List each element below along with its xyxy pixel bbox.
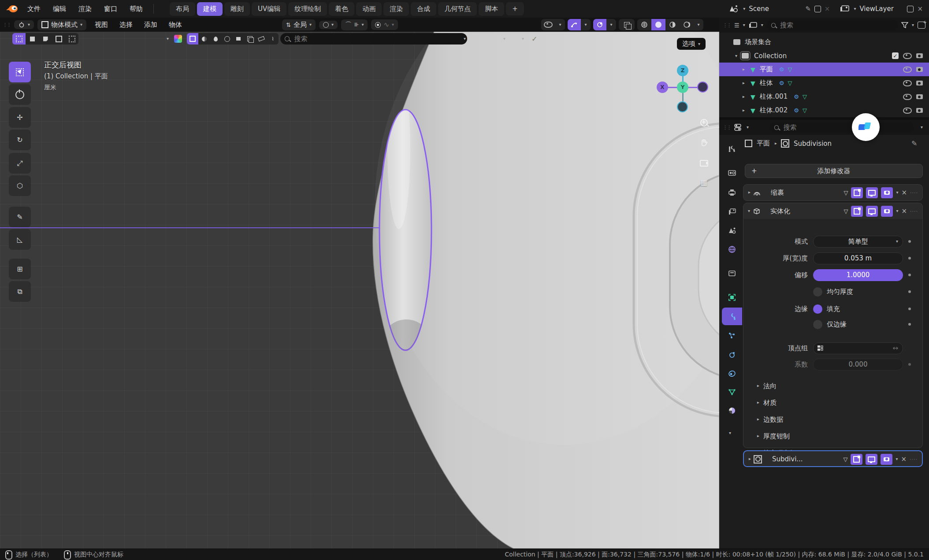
gizmo-toggle[interactable] [568, 19, 581, 30]
pin-id-icon[interactable]: ✎ [911, 139, 917, 148]
workspace-tab[interactable]: 渲染 [383, 2, 409, 16]
tool-search-input[interactable] [293, 34, 463, 43]
gizmo-z-ball[interactable]: Z [677, 65, 688, 76]
tool-cursor[interactable] [9, 84, 31, 105]
tool-option-droplet-icon[interactable] [210, 33, 221, 45]
header-drag-grip[interactable]: ⋮⋮ [3, 22, 11, 28]
tool-search[interactable] [280, 33, 467, 45]
watermark-logo-badge[interactable] [852, 113, 880, 141]
outliner-display-mode-icon[interactable]: ☰ [734, 22, 739, 29]
object-expand-chevron[interactable]: ▾ [741, 68, 746, 70]
modifier-name[interactable]: Subdivi... [772, 455, 803, 463]
drag-handle-icon[interactable]: ···· [910, 208, 918, 214]
swap-arrows-icon[interactable]: ↔ [892, 344, 898, 352]
collapsed-section[interactable]: ▾ 边数据 [757, 411, 796, 428]
unlink-scene-icon[interactable]: × [825, 5, 830, 13]
tool-measure[interactable]: ◺ [9, 229, 31, 250]
scene-collection-row[interactable]: 场景集合 [719, 35, 929, 49]
select-mode-box[interactable] [26, 33, 39, 45]
editor-type-button[interactable]: ▾ [14, 20, 34, 29]
realtime-display-toggle[interactable] [866, 454, 877, 465]
outliner-drag-grip[interactable]: ⋮⋮ [723, 22, 731, 28]
gizmo-negz-ball[interactable] [677, 101, 688, 112]
realtime-display-toggle[interactable] [866, 187, 878, 198]
expand-chevron[interactable]: ▾ [748, 209, 750, 213]
modifier-extras-chevron[interactable]: ▾ [896, 457, 898, 461]
vertex-group-toggle-icon[interactable]: ▽ [844, 208, 848, 214]
edit-mode-display-toggle[interactable] [851, 206, 863, 217]
overlays-toggle[interactable] [593, 19, 606, 30]
viewlayer-selector-chevron[interactable]: ▾ [854, 7, 856, 11]
object-expand-chevron[interactable]: ▾ [741, 82, 746, 84]
viewport-menu-item[interactable]: 视图 [89, 21, 114, 29]
animate-dot[interactable] [908, 308, 911, 310]
workspace-tab[interactable]: 几何节点 [438, 2, 477, 16]
mode-selector[interactable]: 物体模式 ▾ [37, 19, 86, 30]
select-mode-circle[interactable] [39, 33, 52, 45]
camera-view-widget[interactable] [697, 156, 711, 170]
overlays-chevron[interactable]: ▾ [606, 19, 616, 30]
hierarchy-chevron[interactable]: ▾ [503, 37, 505, 41]
outliner-object-row[interactable]: ▾ ▼ 平面 ⚙ ▽ [719, 63, 929, 76]
workspace-tab[interactable]: UV编辑 [252, 2, 286, 16]
modifier-extras-chevron[interactable]: ▾ [896, 190, 898, 195]
drag-handle-icon[interactable]: ···· [910, 456, 918, 462]
tab-object-data[interactable] [722, 383, 742, 401]
xray-toggle[interactable] [619, 19, 635, 30]
offset-slider[interactable]: 1.0000 [813, 269, 903, 281]
gizmo-x-ball[interactable]: X [657, 82, 668, 93]
grid-toggle-widget[interactable]: ▦ [697, 175, 711, 189]
outliner-object-row[interactable]: ▾ ▼ 柱体 ⚙ ▽ [719, 76, 929, 90]
menu-item[interactable]: 帮助 [123, 5, 149, 13]
tab-object[interactable] [722, 289, 742, 306]
expand-chevron[interactable]: ▾ [747, 191, 751, 193]
collection-render-camera-icon[interactable] [916, 53, 923, 58]
add-modifier-button[interactable]: + 添加修改器 [745, 164, 923, 178]
tab-strip-chevron[interactable]: ▾ [729, 431, 731, 435]
tab-collection[interactable] [722, 264, 742, 282]
modifier-extras-chevron[interactable]: ▾ [896, 209, 898, 213]
tab-render[interactable] [722, 164, 742, 182]
object-render-camera-icon[interactable] [916, 94, 923, 99]
shading-solid-button[interactable] [651, 19, 665, 30]
realtime-display-toggle[interactable] [866, 206, 878, 217]
tool-scale[interactable]: ⤢ [9, 153, 31, 174]
outliner-filter-type-icon[interactable] [749, 22, 758, 29]
tool-extrude[interactable]: ⧉ [9, 281, 31, 302]
even-thickness-checkbox[interactable] [813, 287, 822, 297]
properties-search[interactable] [770, 122, 914, 133]
workspace-tab[interactable]: 脚本 [479, 2, 504, 16]
edit-mode-display-toggle[interactable] [851, 454, 862, 465]
hierarchy-icon[interactable]: ☰ [493, 36, 498, 42]
gizmo-chevron[interactable]: ▾ [581, 19, 591, 30]
tab-material[interactable] [722, 402, 742, 419]
tool-option-stamp-icon[interactable] [233, 33, 244, 45]
outliner-funnel-icon[interactable] [901, 22, 908, 28]
mode-dropdown[interactable]: 简单型 ▾ [813, 236, 903, 248]
tool-option-falloff-icon[interactable]: ⌇ [267, 33, 279, 45]
workspace-tab[interactable]: 纹理绘制 [288, 2, 327, 16]
tab-output[interactable] [722, 184, 742, 201]
outliner-display-chevron[interactable]: ▾ [743, 23, 745, 27]
properties-drag-grip[interactable]: ⋮⋮ [723, 125, 731, 130]
close-icon[interactable]: × [901, 189, 907, 197]
vertex-group-toggle-icon[interactable]: ▽ [843, 456, 847, 462]
outliner-search-input[interactable] [779, 21, 893, 30]
tab-view-layer[interactable] [722, 203, 742, 220]
tool-option-ruler-icon[interactable] [256, 33, 267, 45]
filter-chevron[interactable]: ▾ [522, 37, 524, 41]
tool-add-cube[interactable]: ⊞ [9, 259, 31, 279]
viewport-3d[interactable]: ⋮⋮ ▾ 物体模式 ▾ 视图选择添加物体 ⇅ 全局 ▾ [0, 18, 719, 549]
outliner-object-row[interactable]: ▾ ▼ 柱体.002 ⚙ ▽ [719, 104, 929, 117]
object-hide-eye-icon[interactable] [903, 67, 912, 73]
breadcrumb-modifier[interactable]: Subdivision [794, 140, 832, 148]
outliner-object-row[interactable]: ▾ ▼ 柱体.001 ⚙ ▽ [719, 90, 929, 104]
rim-fill-checkbox[interactable] [813, 304, 822, 314]
collection-expand-chevron[interactable]: ▾ [735, 54, 737, 58]
collapsed-section[interactable]: ▾ 厚度钳制 [757, 428, 796, 445]
viewport-menu-item[interactable]: 物体 [163, 21, 188, 29]
object-expand-chevron[interactable]: ▾ [741, 96, 746, 98]
tab-particles[interactable] [722, 327, 742, 345]
snap-toggle[interactable]: ⌒ ⊪ ▾ [341, 19, 368, 30]
gizmo-y-ball[interactable]: Y [677, 82, 688, 93]
